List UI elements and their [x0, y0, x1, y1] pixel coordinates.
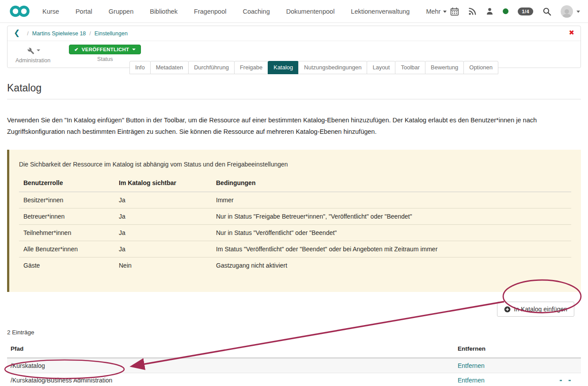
tab-info[interactable]: Info: [129, 61, 151, 74]
visible-cell: Ja: [114, 241, 212, 257]
tab-toolbar[interactable]: Toolbar: [395, 61, 425, 74]
tab-layout[interactable]: Layout: [367, 61, 395, 74]
path-cell: /Kurskatalog/Business Administration: [7, 373, 454, 386]
role-cell: Gäste: [19, 257, 114, 274]
toolbar-actions: In Katalog einfügen: [7, 302, 581, 317]
status-dropdown-button[interactable]: ✔ VERÖFFENTLICHT: [69, 45, 141, 54]
katalog-settings-content: Katalog Verwenden Sie den "In Katalog ei…: [7, 82, 581, 386]
nav-item-lektionenverwaltung[interactable]: Lektionenverwaltung: [351, 8, 410, 15]
role-cell: Teilnehmer*innen: [19, 225, 114, 241]
calendar-icon[interactable]: [450, 7, 459, 16]
status-group: ✔ VERÖFFENTLICHT Status: [69, 45, 141, 62]
nav-item-coaching[interactable]: Coaching: [243, 8, 269, 15]
visible-cell: Ja: [114, 208, 212, 225]
remove-link[interactable]: Entfernen: [458, 362, 485, 369]
breadcrumb-separator: /: [27, 30, 28, 37]
infinity-icon: [9, 5, 31, 18]
breadcrumb-separator: /: [89, 30, 91, 37]
path-cell: /Kurskatalog: [7, 358, 454, 373]
column-header-sichtbar: Im Katalog sichtbar: [114, 175, 212, 192]
condition-cell: Gastzugang nicht aktiviert: [212, 257, 571, 274]
condition-cell: Nur in Status "Freigabe Betreuer*innen",…: [212, 208, 571, 225]
column-header-benutzerrolle: Benutzerrolle: [19, 175, 114, 192]
insert-into-catalog-button[interactable]: In Katalog einfügen: [497, 302, 574, 317]
main-menu: Kurse Portal Gruppen Bibliothek Fragenpo…: [42, 8, 447, 15]
search-icon[interactable]: [542, 7, 551, 16]
tab-durchfuehrung[interactable]: Durchführung: [188, 61, 235, 74]
tab-bewertung[interactable]: Bewertung: [425, 61, 464, 74]
condition-cell: Immer: [212, 192, 571, 208]
chevron-down-icon: [443, 11, 447, 13]
table-row: Besitzer*innen Ja Immer: [19, 192, 571, 208]
role-cell: Alle Benutzer*innen: [19, 241, 114, 257]
column-header-pfad: Pfad: [7, 341, 454, 358]
chevron-down-icon: [132, 49, 136, 50]
back-chevron-icon[interactable]: ❮: [14, 29, 20, 37]
remove-link[interactable]: Entfernen: [458, 377, 485, 384]
person-icon[interactable]: [486, 7, 493, 15]
column-header-bedingungen: Bedingungen: [212, 175, 571, 192]
cutoff-footer-fragment: [560, 380, 562, 381]
visible-cell: Ja: [114, 225, 212, 241]
breadcrumb: ❮ / Martins Spielwiese 18 / Einstellunge…: [8, 26, 580, 41]
mehr-label: Mehr: [426, 8, 440, 15]
column-header-entfernen: Entfernen: [454, 341, 581, 358]
entries-count: 2 Einträge: [7, 329, 581, 336]
navbar-right-tools: 1/4: [450, 5, 580, 18]
administration-label: Administration: [15, 57, 50, 64]
tab-freigabe[interactable]: Freigabe: [234, 61, 268, 74]
intro-text: Verwenden Sie den "In Katalog einfügen" …: [7, 114, 581, 137]
tab-metadaten[interactable]: Metadaten: [150, 61, 189, 74]
nav-item-portal[interactable]: Portal: [76, 8, 92, 15]
close-icon[interactable]: ✖: [569, 29, 574, 36]
nav-item-kurse[interactable]: Kurse: [42, 8, 59, 15]
nav-item-dokumentenpool[interactable]: Dokumentenpool: [286, 8, 335, 15]
table-row: Alle Benutzer*innen Ja Im Status "Veröff…: [19, 241, 571, 257]
chevron-down-icon: [577, 11, 580, 13]
avatar: [561, 5, 573, 18]
tab-nutzungsbedingungen[interactable]: Nutzungsbedingungen: [298, 61, 367, 74]
role-cell: Betreuer*innen: [19, 208, 114, 225]
notification-badge[interactable]: 1/4: [518, 8, 533, 15]
top-navbar: Kurse Portal Gruppen Bibliothek Fragenpo…: [0, 0, 588, 23]
tab-katalog[interactable]: Katalog: [268, 61, 299, 74]
condition-cell: Im Status "Veröffentlicht" oder "Beendet…: [212, 241, 571, 257]
condition-cell: Nur in Status "Veröffentlicht" oder "Bee…: [212, 225, 571, 241]
visibility-table: Benutzerrolle Im Katalog sichtbar Beding…: [19, 175, 571, 273]
breadcrumb-course-link[interactable]: Martins Spielwiese 18: [32, 30, 86, 37]
infobox-note: Die Sichbarkeit der Ressource im Katalog…: [19, 161, 571, 168]
insert-button-label: In Katalog einfügen: [514, 306, 567, 313]
nav-item-gruppen[interactable]: Gruppen: [109, 8, 133, 15]
breadcrumb-settings-link[interactable]: Einstellungen: [95, 30, 128, 37]
role-cell: Besitzer*innen: [19, 192, 114, 208]
table-row: /Kurskatalog/Business Administration Ent…: [7, 373, 581, 386]
table-row: Teilnehmer*innen Ja Nur in Status "Veröf…: [19, 225, 571, 241]
plus-circle-icon: [504, 306, 511, 313]
cutoff-footer-fragment: [569, 380, 571, 381]
table-row: /Kurskatalog Entfernen: [7, 358, 581, 373]
openolat-logo[interactable]: [9, 5, 31, 18]
tab-optionen[interactable]: Optionen: [463, 61, 498, 74]
table-row: Gäste Nein Gastzugang nicht aktiviert: [19, 257, 571, 274]
course-settings-panel: ❮ / Martins Spielwiese 18 / Einstellunge…: [7, 26, 581, 68]
visibility-infobox: Die Sichbarkeit der Ressource im Katalog…: [7, 150, 581, 292]
nav-item-bibliothek[interactable]: Bibliothek: [150, 8, 178, 15]
status-value: VERÖFFENTLICHT: [82, 47, 129, 52]
status-caption: Status: [97, 56, 113, 62]
nav-item-fragenpool[interactable]: Fragenpool: [194, 8, 226, 15]
nav-item-mehr[interactable]: Mehr: [426, 8, 447, 15]
visible-cell: Nein: [114, 257, 212, 274]
chevron-down-icon: [37, 49, 40, 51]
visible-cell: Ja: [114, 192, 212, 208]
presence-dot[interactable]: [503, 8, 508, 14]
rss-icon[interactable]: [468, 7, 477, 15]
settings-tab-bar: Info Metadaten Durchführung Freigabe Kat…: [130, 61, 498, 74]
check-icon: ✔: [74, 47, 79, 53]
catalog-entries-table: Pfad Entfernen /Kurskatalog Entfernen /K…: [7, 341, 581, 386]
table-row: Betreuer*innen Ja Nur in Status "Freigab…: [19, 208, 571, 225]
user-menu[interactable]: [561, 5, 580, 18]
wrench-icon: [26, 46, 34, 55]
administration-menu[interactable]: Administration: [15, 45, 50, 64]
page-title: Katalog: [7, 82, 581, 99]
